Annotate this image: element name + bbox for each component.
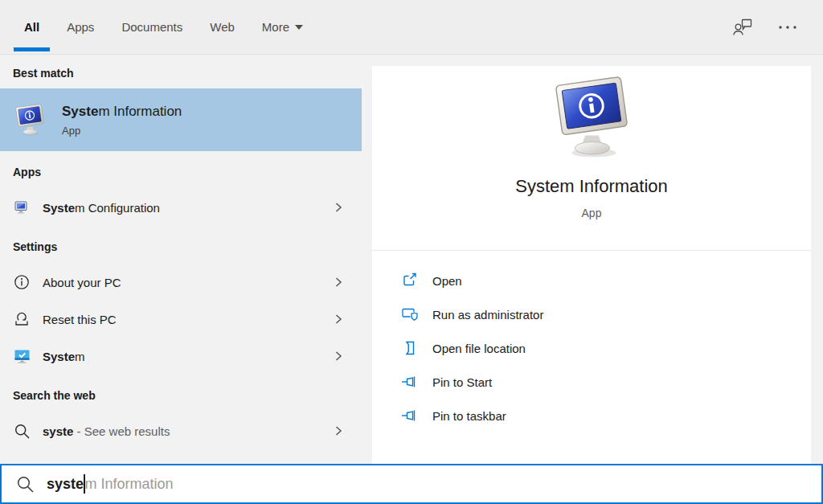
tab-documents-label: Documents	[121, 20, 182, 34]
ellipsis-icon[interactable]	[778, 25, 797, 30]
system-configuration-icon	[13, 201, 31, 215]
system-information-icon	[11, 103, 48, 137]
search-input[interactable]: system Information	[0, 464, 823, 504]
tab-apps-label: Apps	[67, 20, 94, 34]
preview-actions: Open Run as administrator Open file	[372, 251, 811, 432]
feedback-icon[interactable]	[731, 17, 754, 38]
search-input-text: system Information	[47, 474, 174, 494]
info-circle-icon	[13, 274, 31, 290]
preview-app-icon-wrap	[372, 66, 811, 162]
search-suggestion-text: m Information	[85, 476, 174, 493]
chevron-right-icon[interactable]	[333, 313, 344, 325]
result-about-your-pc[interactable]: About your PC	[0, 264, 362, 301]
action-label: Pin to Start	[432, 375, 492, 389]
chevron-right-icon[interactable]	[333, 425, 344, 436]
action-label: Run as administrator	[432, 308, 543, 322]
best-match-result[interactable]: System Information App	[0, 88, 362, 151]
result-label: About your PC	[43, 276, 121, 289]
action-label: Pin to taskbar	[432, 409, 506, 423]
filter-tabs: All Apps Documents Web More	[24, 0, 303, 54]
best-match-subtitle: App	[62, 125, 182, 137]
result-see-web-results[interactable]: syste - See web results	[0, 412, 362, 449]
result-label-matched: Syste	[43, 201, 75, 215]
result-system-configuration[interactable]: System Configuration	[0, 189, 362, 226]
preview-panel: System Information App Open	[372, 66, 811, 504]
best-match-header: Best match	[0, 55, 362, 88]
tab-more[interactable]: More	[262, 0, 303, 54]
reset-pc-icon	[13, 311, 31, 327]
search-filter-bar: All Apps Documents Web More	[0, 0, 823, 55]
best-match-title-rest: m Information	[98, 104, 182, 119]
tab-all[interactable]: All	[24, 0, 39, 54]
result-label-rest: About your PC	[43, 276, 121, 289]
apps-header: Apps	[0, 151, 362, 189]
result-label-rest: - See web results	[73, 424, 170, 438]
result-label: System	[43, 350, 85, 363]
preview-app-subtitle: App	[372, 207, 811, 219]
action-pin-to-taskbar[interactable]: Pin to taskbar	[400, 399, 811, 432]
action-open-file-location[interactable]: Open file location	[400, 331, 811, 365]
best-match-title: System Information	[62, 103, 182, 120]
action-label: Open file location	[432, 342, 526, 355]
open-icon	[400, 272, 420, 289]
settings-header: Settings	[0, 226, 362, 264]
chevron-right-icon[interactable]	[333, 202, 344, 213]
result-label-rest: m	[75, 350, 85, 363]
panel-gutter	[362, 55, 372, 504]
system-information-icon	[544, 76, 639, 158]
pin-icon	[400, 408, 420, 423]
search-icon	[16, 475, 35, 494]
best-match-title-matched: Syste	[62, 104, 98, 119]
chevron-right-icon[interactable]	[333, 277, 344, 288]
tab-all-label: All	[24, 20, 39, 34]
result-label: syste - See web results	[43, 424, 170, 438]
tab-more-label: More	[262, 20, 289, 34]
tab-web-label: Web	[210, 20, 235, 34]
system-settings-icon	[13, 349, 31, 364]
tab-web[interactable]: Web	[210, 0, 235, 54]
result-label-matched: Syste	[43, 350, 75, 363]
preview-app-title: System Information	[372, 176, 811, 197]
action-pin-to-start[interactable]: Pin to Start	[400, 365, 811, 399]
run-as-admin-icon	[400, 306, 420, 322]
result-label: Reset this PC	[43, 313, 117, 326]
result-label-matched: syste	[43, 424, 73, 438]
tab-documents[interactable]: Documents	[121, 0, 182, 54]
chevron-down-icon	[295, 25, 303, 30]
search-icon	[13, 423, 31, 440]
search-typed-text: syste	[47, 476, 84, 493]
result-label-rest: Reset this PC	[43, 313, 117, 326]
result-label: System Configuration	[43, 201, 160, 215]
search-results-panel: Best match System Informati	[0, 55, 362, 504]
pin-icon	[400, 375, 420, 389]
search-the-web-header: Search the web	[0, 375, 362, 412]
result-reset-this-pc[interactable]: Reset this PC	[0, 301, 362, 338]
action-open[interactable]: Open	[400, 264, 811, 297]
tab-apps[interactable]: Apps	[67, 0, 94, 54]
result-system[interactable]: System	[0, 338, 362, 375]
action-label: Open	[432, 274, 462, 288]
result-label-rest: m Configuration	[75, 201, 160, 215]
chevron-right-icon[interactable]	[333, 350, 344, 362]
action-run-as-administrator[interactable]: Run as administrator	[400, 297, 811, 331]
open-file-location-icon	[400, 340, 420, 356]
